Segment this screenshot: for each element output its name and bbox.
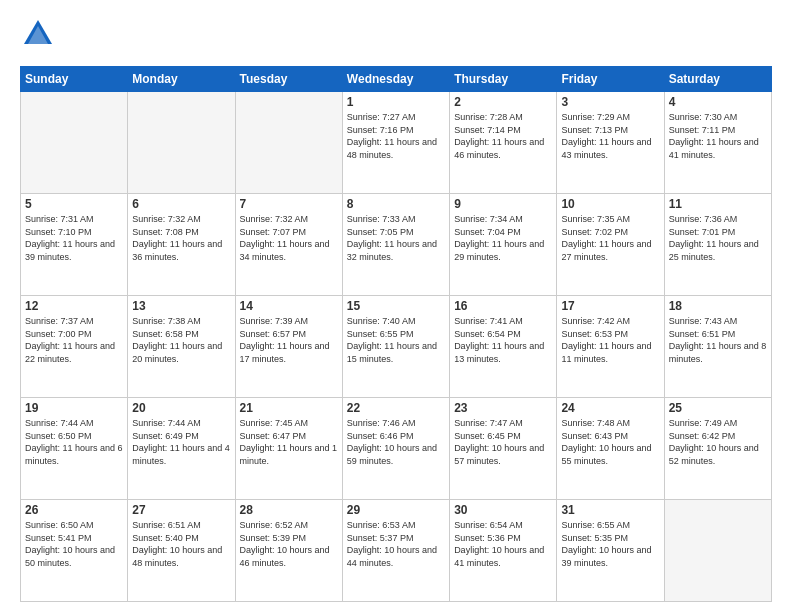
calendar-cell: 17Sunrise: 7:42 AM Sunset: 6:53 PM Dayli… <box>557 296 664 398</box>
calendar-cell: 29Sunrise: 6:53 AM Sunset: 5:37 PM Dayli… <box>342 500 449 602</box>
calendar-cell: 27Sunrise: 6:51 AM Sunset: 5:40 PM Dayli… <box>128 500 235 602</box>
day-number: 19 <box>25 401 123 415</box>
calendar-cell: 6Sunrise: 7:32 AM Sunset: 7:08 PM Daylig… <box>128 194 235 296</box>
calendar-cell: 28Sunrise: 6:52 AM Sunset: 5:39 PM Dayli… <box>235 500 342 602</box>
day-number: 26 <box>25 503 123 517</box>
day-number: 14 <box>240 299 338 313</box>
day-number: 5 <box>25 197 123 211</box>
day-info: Sunrise: 7:35 AM Sunset: 7:02 PM Dayligh… <box>561 213 659 263</box>
calendar-cell: 30Sunrise: 6:54 AM Sunset: 5:36 PM Dayli… <box>450 500 557 602</box>
day-number: 2 <box>454 95 552 109</box>
day-number: 20 <box>132 401 230 415</box>
day-number: 13 <box>132 299 230 313</box>
day-number: 21 <box>240 401 338 415</box>
calendar-cell: 23Sunrise: 7:47 AM Sunset: 6:45 PM Dayli… <box>450 398 557 500</box>
calendar: Sunday Monday Tuesday Wednesday Thursday… <box>20 66 772 602</box>
calendar-cell: 13Sunrise: 7:38 AM Sunset: 6:58 PM Dayli… <box>128 296 235 398</box>
day-info: Sunrise: 6:54 AM Sunset: 5:36 PM Dayligh… <box>454 519 552 569</box>
day-number: 29 <box>347 503 445 517</box>
day-number: 28 <box>240 503 338 517</box>
calendar-cell: 7Sunrise: 7:32 AM Sunset: 7:07 PM Daylig… <box>235 194 342 296</box>
day-info: Sunrise: 7:40 AM Sunset: 6:55 PM Dayligh… <box>347 315 445 365</box>
day-info: Sunrise: 7:29 AM Sunset: 7:13 PM Dayligh… <box>561 111 659 161</box>
calendar-cell <box>128 92 235 194</box>
calendar-cell: 1Sunrise: 7:27 AM Sunset: 7:16 PM Daylig… <box>342 92 449 194</box>
col-wednesday: Wednesday <box>342 67 449 92</box>
day-info: Sunrise: 7:36 AM Sunset: 7:01 PM Dayligh… <box>669 213 767 263</box>
day-number: 10 <box>561 197 659 211</box>
calendar-cell: 21Sunrise: 7:45 AM Sunset: 6:47 PM Dayli… <box>235 398 342 500</box>
calendar-cell <box>21 92 128 194</box>
day-info: Sunrise: 7:30 AM Sunset: 7:11 PM Dayligh… <box>669 111 767 161</box>
calendar-cell: 25Sunrise: 7:49 AM Sunset: 6:42 PM Dayli… <box>664 398 771 500</box>
day-info: Sunrise: 7:45 AM Sunset: 6:47 PM Dayligh… <box>240 417 338 467</box>
calendar-cell: 11Sunrise: 7:36 AM Sunset: 7:01 PM Dayli… <box>664 194 771 296</box>
day-number: 3 <box>561 95 659 109</box>
day-info: Sunrise: 7:33 AM Sunset: 7:05 PM Dayligh… <box>347 213 445 263</box>
calendar-cell: 18Sunrise: 7:43 AM Sunset: 6:51 PM Dayli… <box>664 296 771 398</box>
day-number: 18 <box>669 299 767 313</box>
day-info: Sunrise: 7:48 AM Sunset: 6:43 PM Dayligh… <box>561 417 659 467</box>
day-info: Sunrise: 7:31 AM Sunset: 7:10 PM Dayligh… <box>25 213 123 263</box>
day-number: 30 <box>454 503 552 517</box>
day-info: Sunrise: 7:39 AM Sunset: 6:57 PM Dayligh… <box>240 315 338 365</box>
col-saturday: Saturday <box>664 67 771 92</box>
day-number: 22 <box>347 401 445 415</box>
day-info: Sunrise: 7:44 AM Sunset: 6:49 PM Dayligh… <box>132 417 230 467</box>
day-info: Sunrise: 7:41 AM Sunset: 6:54 PM Dayligh… <box>454 315 552 365</box>
day-number: 24 <box>561 401 659 415</box>
day-number: 6 <box>132 197 230 211</box>
day-info: Sunrise: 7:47 AM Sunset: 6:45 PM Dayligh… <box>454 417 552 467</box>
calendar-week-3: 19Sunrise: 7:44 AM Sunset: 6:50 PM Dayli… <box>21 398 772 500</box>
calendar-cell: 10Sunrise: 7:35 AM Sunset: 7:02 PM Dayli… <box>557 194 664 296</box>
logo-icon <box>20 16 56 52</box>
calendar-cell: 22Sunrise: 7:46 AM Sunset: 6:46 PM Dayli… <box>342 398 449 500</box>
col-friday: Friday <box>557 67 664 92</box>
day-number: 31 <box>561 503 659 517</box>
day-info: Sunrise: 7:49 AM Sunset: 6:42 PM Dayligh… <box>669 417 767 467</box>
day-number: 27 <box>132 503 230 517</box>
calendar-cell: 9Sunrise: 7:34 AM Sunset: 7:04 PM Daylig… <box>450 194 557 296</box>
day-info: Sunrise: 6:52 AM Sunset: 5:39 PM Dayligh… <box>240 519 338 569</box>
day-info: Sunrise: 7:43 AM Sunset: 6:51 PM Dayligh… <box>669 315 767 365</box>
col-monday: Monday <box>128 67 235 92</box>
calendar-cell: 4Sunrise: 7:30 AM Sunset: 7:11 PM Daylig… <box>664 92 771 194</box>
calendar-cell <box>235 92 342 194</box>
calendar-cell <box>664 500 771 602</box>
day-info: Sunrise: 7:27 AM Sunset: 7:16 PM Dayligh… <box>347 111 445 161</box>
day-number: 1 <box>347 95 445 109</box>
calendar-cell: 24Sunrise: 7:48 AM Sunset: 6:43 PM Dayli… <box>557 398 664 500</box>
day-number: 15 <box>347 299 445 313</box>
day-number: 23 <box>454 401 552 415</box>
day-number: 17 <box>561 299 659 313</box>
calendar-week-2: 12Sunrise: 7:37 AM Sunset: 7:00 PM Dayli… <box>21 296 772 398</box>
calendar-cell: 12Sunrise: 7:37 AM Sunset: 7:00 PM Dayli… <box>21 296 128 398</box>
day-info: Sunrise: 6:53 AM Sunset: 5:37 PM Dayligh… <box>347 519 445 569</box>
day-info: Sunrise: 7:32 AM Sunset: 7:07 PM Dayligh… <box>240 213 338 263</box>
calendar-cell: 26Sunrise: 6:50 AM Sunset: 5:41 PM Dayli… <box>21 500 128 602</box>
calendar-cell: 14Sunrise: 7:39 AM Sunset: 6:57 PM Dayli… <box>235 296 342 398</box>
calendar-cell: 5Sunrise: 7:31 AM Sunset: 7:10 PM Daylig… <box>21 194 128 296</box>
calendar-cell: 16Sunrise: 7:41 AM Sunset: 6:54 PM Dayli… <box>450 296 557 398</box>
calendar-cell: 31Sunrise: 6:55 AM Sunset: 5:35 PM Dayli… <box>557 500 664 602</box>
day-number: 4 <box>669 95 767 109</box>
day-info: Sunrise: 7:42 AM Sunset: 6:53 PM Dayligh… <box>561 315 659 365</box>
col-sunday: Sunday <box>21 67 128 92</box>
day-number: 11 <box>669 197 767 211</box>
day-number: 16 <box>454 299 552 313</box>
day-number: 12 <box>25 299 123 313</box>
calendar-cell: 19Sunrise: 7:44 AM Sunset: 6:50 PM Dayli… <box>21 398 128 500</box>
day-number: 8 <box>347 197 445 211</box>
day-info: Sunrise: 7:38 AM Sunset: 6:58 PM Dayligh… <box>132 315 230 365</box>
calendar-cell: 15Sunrise: 7:40 AM Sunset: 6:55 PM Dayli… <box>342 296 449 398</box>
page: Sunday Monday Tuesday Wednesday Thursday… <box>0 0 792 612</box>
day-info: Sunrise: 7:28 AM Sunset: 7:14 PM Dayligh… <box>454 111 552 161</box>
day-info: Sunrise: 6:51 AM Sunset: 5:40 PM Dayligh… <box>132 519 230 569</box>
logo <box>20 16 62 56</box>
day-number: 9 <box>454 197 552 211</box>
calendar-week-1: 5Sunrise: 7:31 AM Sunset: 7:10 PM Daylig… <box>21 194 772 296</box>
calendar-header-row: Sunday Monday Tuesday Wednesday Thursday… <box>21 67 772 92</box>
calendar-week-0: 1Sunrise: 7:27 AM Sunset: 7:16 PM Daylig… <box>21 92 772 194</box>
day-info: Sunrise: 6:55 AM Sunset: 5:35 PM Dayligh… <box>561 519 659 569</box>
calendar-cell: 20Sunrise: 7:44 AM Sunset: 6:49 PM Dayli… <box>128 398 235 500</box>
